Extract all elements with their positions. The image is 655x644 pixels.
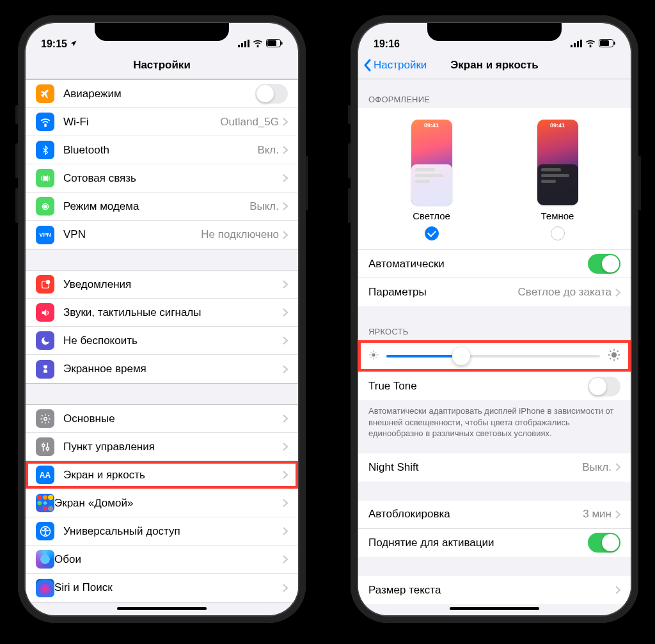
home-indicator[interactable] bbox=[450, 607, 539, 610]
truetone-toggle[interactable] bbox=[588, 377, 620, 397]
svg-rect-32 bbox=[614, 42, 615, 45]
page-title: Экран и яркость bbox=[450, 59, 539, 72]
row-auto[interactable]: Автоматически bbox=[358, 250, 631, 278]
row-raise[interactable]: Поднятие для активации bbox=[358, 529, 631, 557]
svg-rect-1 bbox=[241, 43, 243, 47]
home-screen-icon bbox=[36, 494, 54, 512]
row-accessibility[interactable]: Универсальный доступ bbox=[26, 517, 298, 546]
row-wifi[interactable]: Wi-FiOutland_5G bbox=[26, 108, 298, 136]
display-icon: AA bbox=[36, 466, 54, 484]
raise-toggle[interactable] bbox=[588, 533, 620, 553]
row-siri[interactable]: Siri и Поиск bbox=[26, 574, 298, 602]
svg-line-38 bbox=[370, 352, 371, 352]
home-indicator[interactable] bbox=[117, 607, 207, 610]
screentime-icon bbox=[36, 360, 54, 379]
phone-frame-left: 19:15 Настройки АвиарежимWi-FiOutland_5G… bbox=[18, 15, 306, 623]
wifi-label: Wi-Fi bbox=[63, 116, 220, 129]
appearance-light-option[interactable]: 09:41 Светлое bbox=[411, 120, 452, 240]
vpn-icon: VPN bbox=[36, 226, 54, 244]
row-general[interactable]: Основные bbox=[26, 405, 298, 433]
location-icon bbox=[70, 38, 77, 50]
row-cellular[interactable]: Сотовая связь bbox=[26, 164, 298, 192]
svg-point-15 bbox=[46, 280, 49, 283]
row-display[interactable]: AAЭкран и яркость bbox=[26, 461, 298, 489]
wifi-icon bbox=[36, 113, 54, 131]
vpn-label: VPN bbox=[63, 228, 201, 241]
params-value: Светлое до заката bbox=[518, 286, 612, 299]
row-vpn[interactable]: VPNVPNНе подключено bbox=[26, 221, 298, 249]
row-notifications[interactable]: Уведомления bbox=[26, 271, 298, 299]
row-bluetooth[interactable]: BluetoothВкл. bbox=[26, 136, 298, 164]
svg-rect-26 bbox=[574, 43, 576, 47]
chevron-icon bbox=[283, 527, 288, 535]
chevron-icon bbox=[283, 308, 288, 317]
row-screentime[interactable]: Экранное время bbox=[26, 355, 298, 383]
svg-line-47 bbox=[610, 350, 611, 352]
radio-light[interactable] bbox=[425, 226, 439, 240]
svg-rect-28 bbox=[580, 40, 582, 47]
battery-icon bbox=[599, 38, 615, 50]
chevron-icon bbox=[283, 555, 288, 563]
svg-point-33 bbox=[372, 353, 375, 356]
svg-point-29 bbox=[590, 47, 591, 47]
svg-line-41 bbox=[375, 352, 376, 352]
textsize-label: Размер текста bbox=[368, 584, 615, 597]
autolock-value: 3 мин bbox=[583, 508, 612, 521]
brightness-thumb[interactable] bbox=[452, 347, 470, 365]
auto-label: Автоматически bbox=[368, 258, 588, 271]
row-control-center[interactable]: Пункт управления bbox=[26, 433, 298, 461]
svg-rect-6 bbox=[267, 40, 276, 46]
svg-rect-0 bbox=[238, 45, 240, 47]
back-label: Настройки bbox=[374, 59, 427, 72]
svg-point-16 bbox=[43, 417, 47, 420]
brightness-track[interactable] bbox=[386, 355, 600, 357]
page-title: Настройки bbox=[133, 59, 191, 72]
hotspot-icon bbox=[36, 197, 54, 216]
svg-line-49 bbox=[610, 358, 611, 359]
row-home-screen[interactable]: Экран «Домой» bbox=[26, 489, 298, 517]
svg-rect-2 bbox=[244, 41, 246, 47]
phone-frame-right: 19:16 Настройки Экран и яркость ОФОРМЛЕН… bbox=[351, 15, 638, 623]
wifi-icon bbox=[585, 38, 596, 50]
sounds-icon bbox=[36, 303, 54, 322]
row-params[interactable]: Параметры Светлое до заката bbox=[358, 278, 631, 306]
row-wallpaper[interactable]: Обои bbox=[26, 546, 298, 574]
home-screen-label: Экран «Домой» bbox=[54, 497, 283, 510]
autolock-label: Автоблокировка bbox=[368, 508, 583, 521]
radio-dark[interactable] bbox=[551, 226, 565, 240]
chevron-icon bbox=[283, 336, 288, 345]
appearance-dark-option[interactable]: 09:41 Темное bbox=[537, 120, 578, 240]
wifi-icon bbox=[253, 38, 263, 50]
params-label: Параметры bbox=[368, 286, 518, 299]
svg-rect-27 bbox=[577, 41, 579, 47]
row-hotspot[interactable]: Режим модемаВыкл. bbox=[26, 192, 298, 221]
hotspot-label: Режим модема bbox=[63, 200, 249, 213]
svg-point-8 bbox=[45, 125, 46, 126]
brightness-slider-row[interactable] bbox=[358, 340, 631, 372]
chevron-icon bbox=[283, 146, 288, 154]
section-header-appearance: ОФОРМЛЕНИЕ bbox=[358, 91, 631, 108]
back-button[interactable]: Настройки bbox=[363, 59, 427, 72]
svg-point-4 bbox=[257, 47, 258, 47]
svg-line-39 bbox=[375, 357, 376, 357]
preview-light: 09:41 bbox=[411, 120, 452, 205]
siri-label: Siri и Поиск bbox=[54, 581, 283, 594]
row-textsize[interactable]: Размер текста bbox=[358, 576, 631, 604]
chevron-icon bbox=[283, 174, 288, 182]
signal-icon bbox=[571, 38, 582, 50]
row-truetone[interactable]: True Tone bbox=[358, 372, 631, 400]
truetone-note: Автоматически адаптировать дисплей iPhon… bbox=[358, 400, 631, 439]
row-airplane[interactable]: Авиарежим bbox=[26, 80, 298, 108]
row-nightshift[interactable]: Night Shift Выкл. bbox=[358, 453, 631, 482]
notifications-icon bbox=[36, 275, 54, 294]
row-sounds[interactable]: Звуки, тактильные сигналы bbox=[26, 299, 298, 327]
row-autolock[interactable]: Автоблокировка 3 мин bbox=[358, 501, 631, 529]
signal-icon bbox=[238, 38, 249, 50]
nightshift-label: Night Shift bbox=[368, 461, 582, 474]
auto-toggle[interactable] bbox=[588, 254, 620, 274]
chevron-icon bbox=[283, 443, 288, 451]
airplane-toggle[interactable] bbox=[255, 84, 288, 104]
row-dnd[interactable]: Не беспокоить bbox=[26, 327, 298, 355]
vpn-value: Не подключено bbox=[201, 228, 279, 241]
wifi-value: Outland_5G bbox=[220, 116, 279, 129]
